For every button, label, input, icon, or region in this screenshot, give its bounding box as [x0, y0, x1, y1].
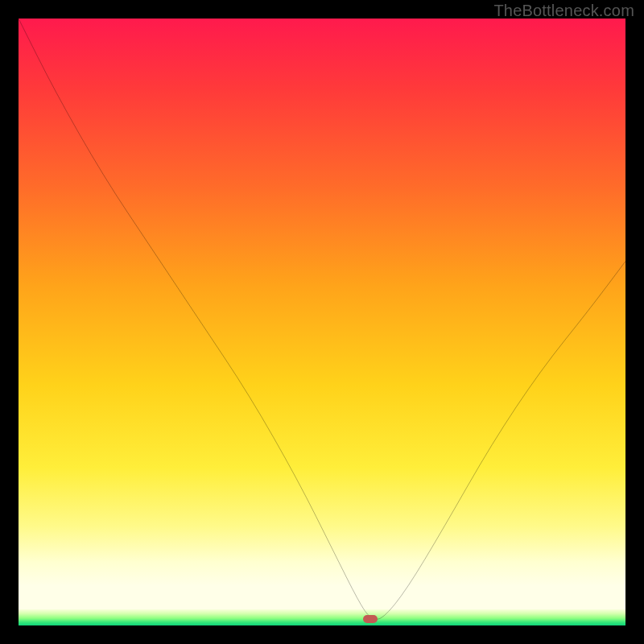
chart-frame: TheBottleneck.com	[0, 0, 644, 644]
plot-area	[19, 19, 625, 625]
valley-marker	[363, 615, 378, 623]
watermark-text: TheBottleneck.com	[493, 2, 634, 20]
bottleneck-curve	[19, 19, 625, 625]
